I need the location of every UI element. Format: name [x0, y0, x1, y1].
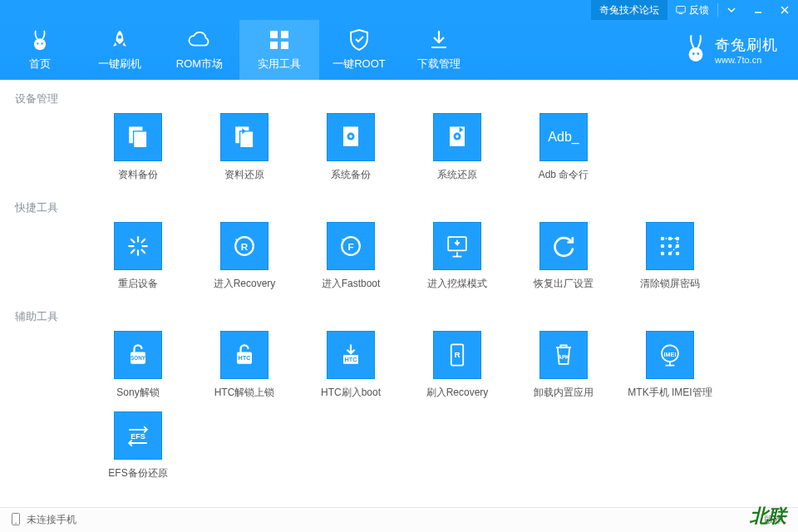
svg-point-3 [41, 42, 42, 44]
gear-doc-arrow-icon [442, 122, 472, 152]
nav-root-label: 一键ROOT [332, 57, 386, 71]
tool-flash-recovery-label: 刷入Recovery [426, 386, 489, 400]
dropdown-button[interactable] [718, 0, 745, 20]
tool-efs-label: EFS备份还原 [108, 466, 167, 480]
svg-rect-6 [281, 31, 288, 38]
nav-flash[interactable]: 一键刷机 [80, 20, 160, 80]
svg-point-33 [661, 252, 665, 256]
svg-rect-0 [677, 7, 686, 13]
feedback-icon [676, 5, 686, 15]
tool-htc-unlock-label: HTC解锁上锁 [214, 386, 275, 400]
svg-point-9 [689, 47, 703, 62]
imei-icon: IMEI [655, 340, 685, 370]
svg-point-49 [15, 522, 17, 524]
svg-point-10 [692, 52, 695, 55]
svg-point-31 [668, 244, 672, 249]
nav-download[interactable]: 下载管理 [399, 20, 479, 80]
section-aux-title: 辅助工具 [15, 309, 783, 324]
nav-tools[interactable]: 实用工具 [239, 20, 319, 80]
close-button[interactable] [771, 0, 798, 20]
tool-restore-sys[interactable]: 系统还原 [404, 113, 510, 182]
content-area: 设备管理 资料备份 资料还原 系统备份 系统还原 Adb_ Adb 命令行 快捷… [0, 80, 798, 507]
main-toolbar: 首页 一键刷机 ROM市场 实用工具 一键ROOT 下载管理 奇兔刷机 www.… [0, 20, 798, 80]
tool-factory[interactable]: 恢复出厂设置 [510, 222, 617, 291]
tool-reboot-label: 重启设备 [118, 277, 158, 291]
nav-home-label: 首页 [29, 57, 51, 71]
tool-fastboot-label: 进入Fastboot [322, 277, 381, 291]
tool-uninstall-sys[interactable]: APK 卸载内置应用 [510, 331, 617, 400]
circle-f-icon: F [336, 231, 366, 261]
tool-fastboot[interactable]: F 进入Fastboot [298, 222, 404, 291]
svg-text:IMEI: IMEI [664, 351, 677, 358]
tool-reboot[interactable]: 重启设备 [85, 222, 191, 291]
tool-backup-data-label: 资料备份 [118, 168, 158, 182]
brand: 奇兔刷机 www.7to.cn [683, 20, 793, 80]
phone-r-icon: R [442, 340, 472, 370]
section-device-grid: 资料备份 资料还原 系统备份 系统还原 Adb_ Adb 命令行 [85, 113, 783, 194]
nav-home[interactable]: 首页 [0, 20, 80, 80]
chevron-down-icon [727, 5, 736, 15]
svg-rect-15 [240, 131, 254, 148]
tool-edl[interactable]: 进入挖煤模式 [404, 222, 510, 291]
svg-text:R: R [454, 350, 460, 359]
shield-icon [348, 28, 370, 52]
tool-edl-label: 进入挖煤模式 [427, 277, 487, 291]
cloud-icon [187, 28, 212, 52]
tool-htc-unlock[interactable]: HTC HTC解锁上锁 [191, 331, 298, 400]
tool-restore-data[interactable]: 资料还原 [191, 113, 298, 182]
nav-flash-label: 一键刷机 [98, 57, 141, 71]
tool-htc-boot-label: HTC刷入boot [321, 386, 381, 400]
svg-text:APK: APK [558, 354, 569, 360]
tool-htc-boot[interactable]: HTC HTC刷入boot [298, 331, 404, 400]
section-device-title: 设备管理 [15, 91, 783, 106]
svg-text:HTC: HTC [345, 356, 357, 363]
download-htc-icon: HTC [336, 340, 366, 370]
adb-text-icon: Adb_ [548, 130, 579, 145]
close-icon [780, 5, 790, 15]
svg-point-21 [456, 135, 459, 138]
minimize-button[interactable] [745, 0, 771, 20]
section-quick-grid: 重启设备 R 进入Recovery F 进入Fastboot 进入挖煤模式 恢复… [85, 222, 783, 303]
tool-adb[interactable]: Adb_ Adb 命令行 [510, 113, 617, 182]
tool-efs[interactable]: EFS EFS备份还原 [85, 411, 191, 480]
tool-uninstall-sys-label: 卸载内置应用 [534, 386, 594, 400]
svg-point-30 [661, 244, 665, 249]
tool-imei[interactable]: IMEI MTK手机 IMEI管理 [617, 331, 723, 400]
svg-point-1 [34, 38, 46, 50]
tool-clear-lock-label: 清除锁屏密码 [640, 277, 700, 291]
rabbit-icon [28, 28, 52, 52]
tool-sony-unlock-label: Sony解锁 [116, 386, 159, 400]
tool-flash-recovery[interactable]: R 刷入Recovery [404, 331, 510, 400]
tool-recovery[interactable]: R 进入Recovery [191, 222, 298, 291]
tool-restore-data-label: 资料还原 [224, 168, 264, 182]
efs-icon: EFS [123, 421, 153, 451]
svg-rect-13 [134, 131, 147, 148]
feedback-button[interactable]: 反馈 [667, 0, 717, 20]
tool-factory-label: 恢复出厂设置 [534, 277, 594, 291]
nav-rom[interactable]: ROM市场 [160, 20, 239, 80]
tool-sony-unlock[interactable]: SONY Sony解锁 [85, 331, 191, 400]
tool-backup-data[interactable]: 资料备份 [85, 113, 191, 182]
tool-restore-sys-label: 系统还原 [437, 168, 477, 182]
svg-point-11 [697, 52, 699, 55]
lock-open-htc-icon: HTC [229, 340, 259, 370]
tool-clear-lock[interactable]: 清除锁屏密码 [617, 222, 723, 291]
forum-link[interactable]: 奇兔技术论坛 [591, 0, 667, 20]
svg-rect-7 [270, 42, 278, 49]
svg-text:HTC: HTC [239, 354, 251, 362]
nav-root[interactable]: 一键ROOT [319, 20, 399, 80]
svg-text:EFS: EFS [131, 432, 145, 441]
svg-point-2 [37, 42, 38, 44]
statusbar: 未连接手机 版本: [0, 507, 798, 532]
svg-text:F: F [347, 241, 353, 252]
forum-label: 奇兔技术论坛 [599, 3, 659, 17]
minimize-icon [753, 5, 763, 15]
svg-rect-8 [281, 42, 288, 49]
loading-icon [123, 231, 153, 261]
titlebar: 奇兔技术论坛 反馈 [0, 0, 798, 20]
tool-backup-sys[interactable]: 系统备份 [298, 113, 404, 182]
rocket-icon [108, 28, 131, 52]
feedback-label: 反馈 [689, 3, 709, 17]
copy-arrow-icon [229, 122, 259, 152]
nav-rom-label: ROM市场 [176, 57, 223, 71]
